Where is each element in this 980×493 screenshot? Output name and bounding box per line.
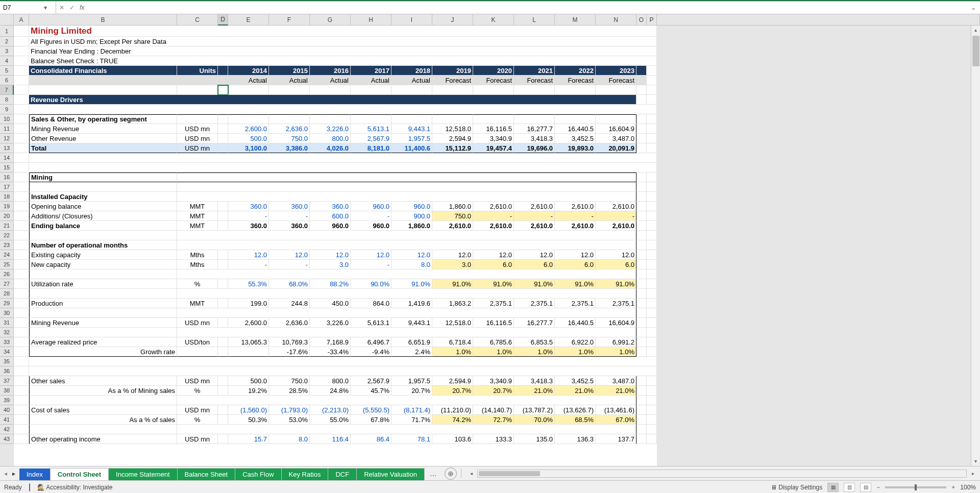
formula-expand-icon[interactable]: ⌄ <box>969 4 978 11</box>
row-header-13[interactable]: 13 <box>0 143 14 153</box>
name-box-input[interactable] <box>3 4 44 11</box>
confirm-icon[interactable]: ✓ <box>69 4 75 11</box>
row-header-28[interactable]: 28 <box>0 289 14 299</box>
row-header-19[interactable]: 19 <box>0 202 14 211</box>
column-headers[interactable]: ABCDEFGHIJKLMNOP <box>0 14 980 26</box>
col-header-H[interactable]: H <box>351 14 391 26</box>
formula-input[interactable] <box>87 3 969 13</box>
row-header-8[interactable]: 8 <box>0 95 14 105</box>
row-header-5[interactable]: 5 <box>0 66 14 76</box>
row-header-39[interactable]: 39 <box>0 396 14 405</box>
col-header-A[interactable]: A <box>14 14 29 26</box>
row-header-20[interactable]: 20 <box>0 211 14 221</box>
row-header-36[interactable]: 36 <box>0 366 14 376</box>
row-header-12[interactable]: 12 <box>0 134 14 143</box>
row-header-16[interactable]: 16 <box>0 172 14 182</box>
col-header-M[interactable]: M <box>555 14 596 26</box>
row-header-14[interactable]: 14 <box>0 153 14 163</box>
display-settings[interactable]: 🖥 Display Settings <box>771 484 822 491</box>
col-header-L[interactable]: L <box>514 14 555 26</box>
col-header-N[interactable]: N <box>596 14 636 26</box>
macro-record-icon[interactable] <box>29 484 30 491</box>
name-box-dropdown-icon[interactable]: ▾ <box>44 4 47 11</box>
hscroll-left-icon[interactable]: ◂ <box>467 471 475 476</box>
zoom-out-button[interactable]: − <box>876 484 880 491</box>
tab-more[interactable]: ... <box>425 467 442 480</box>
row-header-32[interactable]: 32 <box>0 328 14 337</box>
sheet-tab-index[interactable]: Index <box>19 469 51 480</box>
sheet-tab-cash-flow[interactable]: Cash Flow <box>235 468 281 480</box>
zoom-level[interactable]: 100% <box>960 484 976 491</box>
name-box[interactable]: ▾ <box>0 2 56 14</box>
col-header-I[interactable]: I <box>391 14 432 26</box>
sheet-tab-dcf[interactable]: DCF <box>328 468 357 480</box>
cancel-icon[interactable]: ✕ <box>59 4 64 11</box>
row-header-6[interactable]: 6 <box>0 76 14 85</box>
col-header-G[interactable]: G <box>310 14 351 26</box>
row-header-11[interactable]: 11 <box>0 124 14 134</box>
scroll-thumb[interactable] <box>972 36 979 66</box>
row-header-4[interactable]: 4 <box>0 56 14 66</box>
row-header-27[interactable]: 27 <box>0 279 14 289</box>
col-header-B[interactable]: B <box>29 14 177 26</box>
sheet-tab-key-ratios[interactable]: Key Ratios <box>282 468 329 480</box>
vertical-scrollbar[interactable]: ▴ ▾ <box>971 26 980 466</box>
tab-nav-next-icon[interactable]: ▸ <box>10 470 17 477</box>
row-header-9[interactable]: 9 <box>0 105 14 114</box>
col-header-C[interactable]: C <box>177 14 218 26</box>
accessibility-status[interactable]: 🕵 Accessibility: Investigate <box>37 484 113 491</box>
scroll-up-icon[interactable]: ▴ <box>971 26 980 35</box>
row-header-37[interactable]: 37 <box>0 376 14 386</box>
row-header-31[interactable]: 31 <box>0 318 14 328</box>
sheet-tab-control-sheet[interactable]: Control Sheet <box>51 468 109 480</box>
row-headers[interactable]: 1234567891011121314151617181920212223242… <box>0 26 14 466</box>
hscroll-thumb[interactable] <box>479 471 540 476</box>
col-header-K[interactable]: K <box>473 14 514 26</box>
zoom-slider[interactable] <box>885 486 946 488</box>
selected-cell-D7[interactable] <box>218 85 228 95</box>
row-header-43[interactable]: 43 <box>0 434 14 444</box>
row-header-18[interactable]: 18 <box>0 192 14 202</box>
row-header-10[interactable]: 10 <box>0 114 14 124</box>
col-header-D[interactable]: D <box>218 14 228 26</box>
scroll-down-icon[interactable]: ▾ <box>971 457 980 466</box>
row-header-25[interactable]: 25 <box>0 260 14 269</box>
row-header-41[interactable]: 41 <box>0 415 14 425</box>
row-header-7[interactable]: 7 <box>0 85 14 95</box>
hscroll-right-icon[interactable]: ▸ <box>969 471 977 476</box>
row-header-1[interactable]: 1 <box>0 26 14 37</box>
row-header-26[interactable]: 26 <box>0 269 14 279</box>
row-header-29[interactable]: 29 <box>0 299 14 308</box>
row-header-24[interactable]: 24 <box>0 250 14 260</box>
row-header-23[interactable]: 23 <box>0 240 14 250</box>
add-sheet-button[interactable]: ⊕ <box>445 467 457 480</box>
sheet-tab-income-statement[interactable]: Income Statement <box>109 468 178 480</box>
row-header-3[interactable]: 3 <box>0 46 14 56</box>
row-header-2[interactable]: 2 <box>0 37 14 46</box>
row-header-42[interactable]: 42 <box>0 425 14 434</box>
grid-cells[interactable]: Mining LimitedAll Figures in USD mn; Exc… <box>14 26 657 466</box>
row-header-34[interactable]: 34 <box>0 347 14 357</box>
sheet-tab-balance-sheet[interactable]: Balance Sheet <box>178 468 236 480</box>
row-header-30[interactable]: 30 <box>0 308 14 318</box>
row-header-33[interactable]: 33 <box>0 337 14 347</box>
col-header-P[interactable]: P <box>647 14 657 26</box>
horizontal-scrollbar[interactable] <box>477 470 967 478</box>
view-page-break-button[interactable]: ▤ <box>860 483 871 492</box>
row-header-40[interactable]: 40 <box>0 405 14 415</box>
view-page-layout-button[interactable]: ▥ <box>844 483 855 492</box>
view-normal-button[interactable]: ▦ <box>827 483 839 492</box>
col-header-F[interactable]: F <box>269 14 310 26</box>
sheet-tab-relative-valuation[interactable]: Relative Valuation <box>357 468 425 480</box>
fx-icon[interactable]: fx <box>80 4 84 11</box>
col-header-J[interactable]: J <box>432 14 473 26</box>
row-header-21[interactable]: 21 <box>0 221 14 231</box>
row-header-22[interactable]: 22 <box>0 231 14 240</box>
row-header-15[interactable]: 15 <box>0 163 14 172</box>
row-header-35[interactable]: 35 <box>0 357 14 366</box>
zoom-in-button[interactable]: + <box>951 484 955 491</box>
row-header-17[interactable]: 17 <box>0 182 14 192</box>
col-header-O[interactable]: O <box>636 14 647 26</box>
row-header-38[interactable]: 38 <box>0 386 14 396</box>
col-header-E[interactable]: E <box>228 14 269 26</box>
